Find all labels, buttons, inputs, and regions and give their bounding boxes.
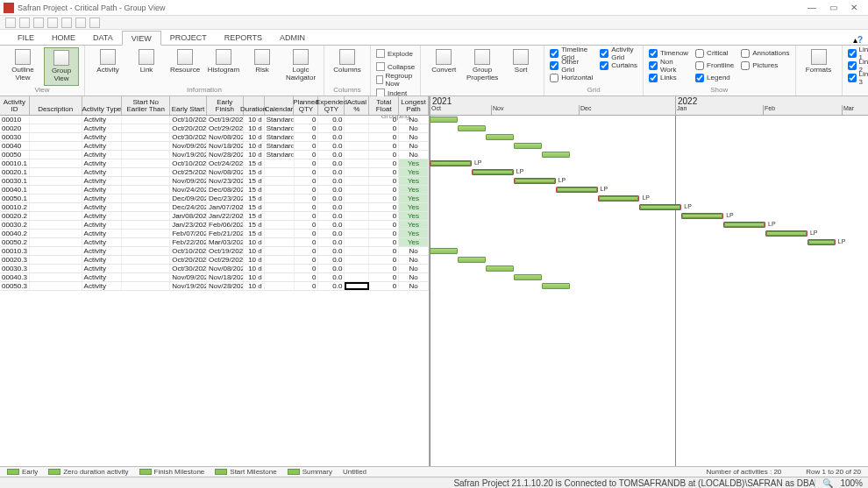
cell-dur[interactable]: 10 d xyxy=(244,151,265,159)
cell-type[interactable]: Activity xyxy=(82,133,123,141)
check-line1-box[interactable] xyxy=(848,49,857,58)
cell-act[interactable] xyxy=(345,133,369,141)
cell-desc[interactable] xyxy=(30,133,82,141)
minimize-button[interactable]: — xyxy=(801,3,822,12)
cell-ef[interactable]: Jan/22/2022 xyxy=(207,212,244,220)
cell-pq[interactable]: 0 xyxy=(295,194,319,202)
cell-es[interactable]: Oct/10/2021 xyxy=(170,116,207,124)
cell-act[interactable] xyxy=(345,186,369,194)
resource-button[interactable]: Resource xyxy=(167,47,203,76)
table-row[interactable]: 00030ActivityOct/30/2021Nov/08/202110 dS… xyxy=(0,133,429,142)
cell-desc[interactable] xyxy=(30,238,82,246)
cell-eq[interactable]: 0.0 xyxy=(318,203,345,211)
cell-desc[interactable] xyxy=(30,194,82,202)
cell-type[interactable]: Activity xyxy=(82,238,123,246)
cell-pq[interactable]: 0 xyxy=(295,159,319,167)
check-links-box[interactable] xyxy=(649,74,658,82)
cell-eq[interactable]: 0.0 xyxy=(318,177,345,185)
check-other-grid-box[interactable] xyxy=(550,61,559,70)
link-button[interactable]: Link xyxy=(129,47,164,76)
cell-id[interactable]: 00030.1 xyxy=(0,177,30,185)
cell-tf[interactable]: 0 xyxy=(369,186,399,194)
cell-es[interactable]: Dec/24/2021 xyxy=(170,203,207,211)
check-links[interactable]: Links xyxy=(649,72,688,83)
cell-pq[interactable]: 0 xyxy=(295,282,319,290)
cell-id[interactable]: 00010 xyxy=(0,116,30,124)
cell-cal[interactable] xyxy=(265,203,295,211)
cell-tf[interactable]: 0 xyxy=(369,238,399,246)
cell-tf[interactable]: 0 xyxy=(369,142,399,150)
check-annotations[interactable]: Annotations xyxy=(741,47,789,59)
cell-sne[interactable] xyxy=(122,203,170,211)
cell-id[interactable]: 00050.1 xyxy=(0,194,30,202)
table-row[interactable]: 00020.2ActivityJan/08/2022Jan/22/202215 … xyxy=(0,212,429,221)
cell-es[interactable]: Nov/19/2021 xyxy=(170,282,207,290)
check-horizontal[interactable]: Horizontal xyxy=(550,72,593,83)
cell-tf[interactable]: 0 xyxy=(369,230,399,237)
grouping-collapse[interactable]: Collapse xyxy=(376,60,415,73)
cell-eq[interactable]: 0.0 xyxy=(318,212,345,220)
check-timenow-box[interactable] xyxy=(649,49,658,58)
cell-ef[interactable]: Feb/06/2022 xyxy=(207,221,244,229)
cell-act[interactable] xyxy=(345,168,369,176)
check-pictures-box[interactable] xyxy=(741,61,750,70)
cell-es[interactable]: Oct/10/2021 xyxy=(170,159,207,167)
cell-ef[interactable]: Feb/21/2022 xyxy=(207,230,244,237)
gantt-bar[interactable] xyxy=(486,134,514,140)
cell-type[interactable]: Activity xyxy=(82,116,123,124)
cell-id[interactable]: 00050 xyxy=(0,151,30,159)
cell-ef[interactable]: Oct/24/2021 xyxy=(207,159,244,167)
cell-dur[interactable]: 10 d xyxy=(244,142,265,150)
cell-cal[interactable]: Standard xyxy=(265,124,295,132)
table-row[interactable]: 00050.1ActivityDec/09/2021Dec/23/202115 … xyxy=(0,194,429,203)
columns-button[interactable]: Columns xyxy=(330,47,365,76)
cell-desc[interactable] xyxy=(30,159,82,167)
cell-es[interactable]: Nov/24/2021 xyxy=(170,186,207,194)
cell-pq[interactable]: 0 xyxy=(295,256,319,264)
table-row[interactable]: 00050.3ActivityNov/19/2021Nov/28/202110 … xyxy=(0,282,429,291)
table-row[interactable]: 00050ActivityNov/19/2021Nov/28/202110 dS… xyxy=(0,151,429,159)
cell-lp[interactable]: No xyxy=(399,282,429,290)
cell-type[interactable]: Activity xyxy=(82,265,123,272)
cell-desc[interactable] xyxy=(30,142,82,150)
check-line3-box[interactable] xyxy=(848,74,857,82)
col-activity-id[interactable]: Activity ID xyxy=(0,96,30,115)
cell-type[interactable]: Activity xyxy=(82,282,123,290)
cell-eq[interactable]: 0.0 xyxy=(318,256,345,264)
cell-lp[interactable]: Yes xyxy=(399,230,429,237)
cell-tf[interactable]: 0 xyxy=(369,159,399,167)
cell-cal[interactable] xyxy=(265,273,295,281)
cell-cal[interactable] xyxy=(265,230,295,237)
gantt-bar[interactable] xyxy=(458,125,486,131)
cell-ef[interactable]: Dec/08/2021 xyxy=(207,186,244,194)
table-row[interactable]: 00010.3ActivityOct/10/2021Oct/19/202110 … xyxy=(0,247,429,256)
cell-act[interactable] xyxy=(345,265,369,272)
convert-button[interactable]: Convert xyxy=(426,47,461,76)
cell-act[interactable] xyxy=(345,177,369,185)
cell-desc[interactable] xyxy=(30,212,82,220)
cell-ef[interactable]: Dec/23/2021 xyxy=(207,194,244,202)
col-description[interactable]: Description xyxy=(30,96,82,115)
cell-act[interactable] xyxy=(345,151,369,159)
col-longest-path[interactable]: Longest Path xyxy=(399,96,429,115)
cell-eq[interactable]: 0.0 xyxy=(318,124,345,132)
cell-type[interactable]: Activity xyxy=(82,273,123,281)
cell-tf[interactable]: 0 xyxy=(369,265,399,272)
cell-dur[interactable]: 15 d xyxy=(244,177,265,185)
qat-redo-icon[interactable] xyxy=(75,18,86,28)
tab-file[interactable]: FILE xyxy=(9,31,43,45)
cell-desc[interactable] xyxy=(30,256,82,264)
cell-tf[interactable]: 0 xyxy=(369,151,399,159)
cell-dur[interactable]: 10 d xyxy=(244,265,265,272)
cell-desc[interactable] xyxy=(30,186,82,194)
cell-pq[interactable]: 0 xyxy=(295,221,319,229)
cell-lp[interactable]: Yes xyxy=(399,186,429,194)
cell-es[interactable]: Dec/09/2021 xyxy=(170,194,207,202)
cell-dur[interactable]: 10 d xyxy=(244,282,265,290)
cell-tf[interactable]: 0 xyxy=(369,247,399,255)
cell-dur[interactable]: 15 d xyxy=(244,230,265,237)
table-row[interactable]: 00010.1ActivityOct/10/2021Oct/24/202115 … xyxy=(0,159,429,168)
table-row[interactable]: 00020.1ActivityOct/25/2021Nov/08/202115 … xyxy=(0,168,429,177)
cell-ef[interactable]: Nov/28/2021 xyxy=(207,151,244,159)
cell-sne[interactable] xyxy=(122,238,170,246)
